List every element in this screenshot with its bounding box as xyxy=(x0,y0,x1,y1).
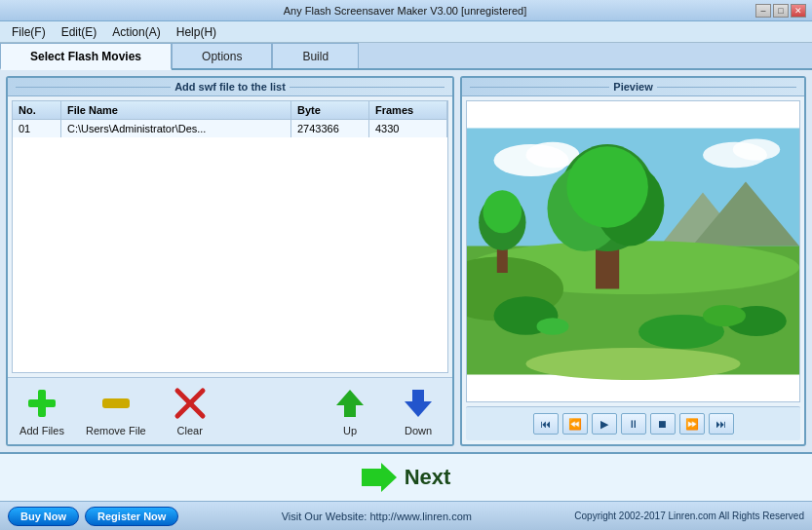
tab-options[interactable]: Options xyxy=(172,43,272,68)
svg-point-21 xyxy=(566,146,648,228)
footer: Buy Now Register Now Visit Our Website: … xyxy=(0,501,812,530)
next-label: Next xyxy=(405,465,451,490)
svg-rect-1 xyxy=(28,399,56,407)
remove-file-label: Remove File xyxy=(86,425,146,436)
remove-file-button[interactable]: Remove File xyxy=(86,386,146,436)
down-icon xyxy=(401,386,436,421)
player-play-button[interactable]: ▶ xyxy=(592,413,617,435)
right-panel-title: Pieview xyxy=(462,78,804,96)
svg-point-30 xyxy=(703,305,746,326)
footer-website: Visit Our Website: http://www.linren.com xyxy=(282,511,472,522)
menu-edit[interactable]: Edit(E) xyxy=(54,23,105,41)
table-row[interactable]: 01 C:\Users\Administrator\Des... 2743366… xyxy=(13,120,447,137)
title-bar: Any Flash Screensaver Maker V3.00 [unreg… xyxy=(0,0,812,21)
menu-action[interactable]: Action(A) xyxy=(104,23,168,41)
svg-marker-6 xyxy=(405,390,432,417)
player-stop-button[interactable]: ⏹ xyxy=(650,413,676,435)
menu-help[interactable]: Help(H) xyxy=(169,23,224,41)
svg-marker-31 xyxy=(362,463,397,492)
minimize-button[interactable]: – xyxy=(755,4,771,18)
file-list-header: No. File Name Byte Frames xyxy=(13,101,447,120)
remove-icon xyxy=(98,386,134,421)
left-panel-title: Add swf file to the list xyxy=(8,78,452,96)
tab-select-flash-movies[interactable]: Select Flash Movies xyxy=(0,43,172,70)
file-list-body: 01 C:\Users\Administrator\Des... 2743366… xyxy=(13,120,447,367)
preview-area xyxy=(466,100,800,402)
add-icon xyxy=(24,386,59,421)
left-panel: Add swf file to the list No. File Name B… xyxy=(6,76,454,446)
up-label: Up xyxy=(343,425,357,436)
footer-copyright: Copyright 2002-2017 Linren.com All Right… xyxy=(574,511,804,521)
tab-build[interactable]: Build xyxy=(272,43,359,68)
next-button[interactable]: Next xyxy=(342,457,471,498)
cell-filename: C:\Users\Administrator\Des... xyxy=(61,120,291,137)
window-controls: – □ ✕ xyxy=(755,4,806,18)
svg-marker-5 xyxy=(336,390,364,417)
clear-button[interactable]: Clear xyxy=(166,386,214,436)
close-button[interactable]: ✕ xyxy=(791,4,806,18)
register-now-button[interactable]: Register Now xyxy=(85,507,178,526)
next-arrow-icon xyxy=(362,463,397,492)
svg-point-11 xyxy=(733,139,780,161)
window-title: Any Flash Screensaver Maker V3.00 [unreg… xyxy=(55,5,755,17)
maximize-button[interactable]: □ xyxy=(773,4,789,18)
main-content: Add swf file to the list No. File Name B… xyxy=(0,70,812,452)
player-nextframe-button[interactable]: ⏩ xyxy=(679,413,705,435)
player-prev-button[interactable]: ⏪ xyxy=(562,413,588,435)
clear-icon xyxy=(173,386,208,421)
svg-point-29 xyxy=(537,318,569,335)
player-first-button[interactable]: ⏮ xyxy=(533,413,559,435)
cell-no: 01 xyxy=(13,120,61,137)
svg-rect-2 xyxy=(102,398,130,408)
player-last-button[interactable]: ⏭ xyxy=(709,413,734,435)
footer-left: Buy Now Register Now xyxy=(8,507,178,526)
preview-image xyxy=(467,101,799,401)
player-pause-button[interactable]: ⏸ xyxy=(621,413,646,435)
cell-byte: 2743366 xyxy=(291,120,369,137)
up-button[interactable]: Up xyxy=(326,386,374,436)
col-no: No. xyxy=(13,101,61,119)
add-files-button[interactable]: Add Files xyxy=(18,386,66,436)
cell-frames: 4330 xyxy=(369,120,447,137)
col-filename: File Name xyxy=(61,101,291,119)
col-frames: Frames xyxy=(369,101,447,119)
buy-now-button[interactable]: Buy Now xyxy=(8,507,79,526)
menu-file[interactable]: File(F) xyxy=(4,23,54,41)
add-files-label: Add Files xyxy=(19,425,64,436)
up-icon xyxy=(332,386,367,421)
tab-bar: Select Flash Movies Options Build xyxy=(0,43,812,70)
col-byte: Byte xyxy=(291,101,369,119)
svg-point-28 xyxy=(526,348,741,380)
player-controls: ⏮ ⏪ ▶ ⏸ ⏹ ⏩ ⏭ xyxy=(466,406,800,440)
button-bar: Add Files Remove File C xyxy=(8,377,452,444)
right-panel: Pieview xyxy=(460,76,806,446)
bottom-bar: Next xyxy=(0,452,812,501)
menu-bar: File(F) Edit(E) Action(A) Help(H) xyxy=(0,21,812,43)
clear-label: Clear xyxy=(177,425,203,436)
svg-point-24 xyxy=(483,190,522,233)
file-list-container: No. File Name Byte Frames 01 C:\Users\Ad… xyxy=(12,100,448,373)
down-button[interactable]: Down xyxy=(394,386,443,436)
down-label: Down xyxy=(405,425,432,436)
